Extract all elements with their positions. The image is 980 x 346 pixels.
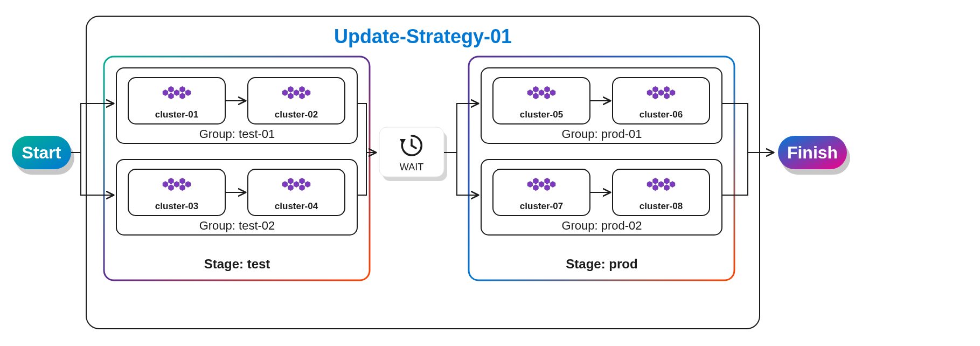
stage-test-label: Stage: test bbox=[204, 257, 270, 271]
wait-label: WAIT bbox=[400, 162, 423, 172]
flow-wait-to-prod01 bbox=[444, 103, 478, 153]
cluster-icon bbox=[527, 178, 555, 191]
stage-prod-box bbox=[469, 57, 734, 280]
cluster-icon bbox=[527, 86, 555, 99]
cluster-02-label: cluster-02 bbox=[275, 109, 318, 120]
stage-test-box bbox=[104, 57, 370, 280]
cluster-icon bbox=[163, 86, 191, 99]
flow-start-to-test01 bbox=[71, 103, 113, 153]
cluster-icon bbox=[163, 178, 191, 191]
cluster-icon bbox=[282, 86, 310, 99]
group-prod-01-label: Group: prod-01 bbox=[561, 127, 642, 141]
cluster-01-label: cluster-01 bbox=[155, 109, 198, 120]
flow-prod01-to-finish bbox=[722, 103, 773, 153]
finish-label: Finish bbox=[787, 143, 838, 162]
cluster-08-label: cluster-08 bbox=[640, 201, 683, 211]
cluster-icon bbox=[647, 86, 675, 99]
stage-prod-label: Stage: prod bbox=[566, 257, 637, 271]
cluster-icon bbox=[282, 178, 310, 191]
group-test-01-label: Group: test-01 bbox=[199, 127, 275, 141]
update-strategy-diagram: Update-Strategy-01 Stage: test Group: te… bbox=[0, 0, 980, 346]
group-test-02-label: Group: test-02 bbox=[199, 219, 275, 232]
strategy-title: Update-Strategy-01 bbox=[334, 25, 512, 47]
cluster-05-label: cluster-05 bbox=[520, 109, 563, 120]
cluster-icon bbox=[647, 178, 675, 191]
flow-test01-to-wait bbox=[357, 103, 376, 153]
cluster-04-label: cluster-04 bbox=[275, 201, 318, 211]
flow-start-to-test02 bbox=[71, 153, 113, 195]
flow-test02-join bbox=[357, 153, 366, 195]
flow-wait-to-prod02 bbox=[444, 153, 478, 195]
start-label: Start bbox=[22, 143, 61, 162]
group-prod-02-label: Group: prod-02 bbox=[561, 219, 642, 232]
cluster-06-label: cluster-06 bbox=[640, 109, 683, 120]
cluster-03-label: cluster-03 bbox=[155, 201, 198, 211]
cluster-07-label: cluster-07 bbox=[520, 201, 563, 211]
